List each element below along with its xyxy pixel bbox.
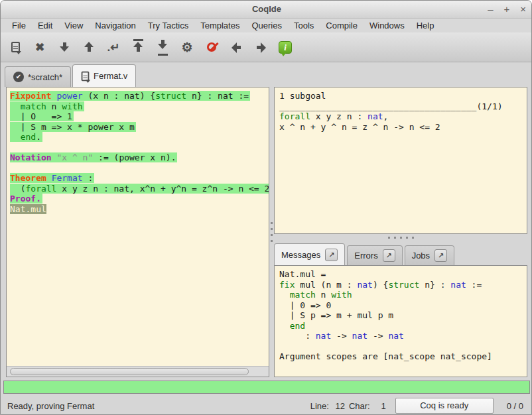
status-bar: Ready, proving Fermat Line: 12 Char: 1 C… bbox=[1, 396, 532, 415]
code-line: end bbox=[279, 321, 527, 331]
tab-label: Errors bbox=[354, 251, 377, 261]
toolbar: ✖ .↵ ⚙ i bbox=[1, 32, 532, 62]
editor-panel[interactable]: Fixpoint power (x n : nat) {struct n} : … bbox=[6, 87, 269, 377]
next-button[interactable] bbox=[253, 38, 269, 56]
menu-edit[interactable]: Edit bbox=[32, 19, 58, 32]
progress-zone bbox=[1, 379, 532, 396]
menu-file[interactable]: File bbox=[6, 19, 32, 32]
menu-tools[interactable]: Tools bbox=[288, 19, 320, 32]
tab-scratch[interactable]: ✔*scratch* bbox=[5, 66, 71, 87]
vertical-splitter[interactable] bbox=[269, 87, 274, 377]
message-tab-strip: Messages↗Errors↗Jobs↗ bbox=[274, 241, 527, 265]
arrow-down-to-end-icon bbox=[158, 39, 168, 56]
code-line: Proof. bbox=[10, 194, 269, 204]
line-value: 12 bbox=[333, 401, 345, 411]
code-line: Fixpoint power (x n : nat) {struct n} : … bbox=[10, 91, 269, 101]
code-line: 1 subgoal bbox=[279, 91, 527, 101]
code-line: | S p => m + mul p m bbox=[279, 310, 527, 321]
code-line: Nat.mul bbox=[10, 204, 269, 215]
code-line: Notation "x ^ n" := (power x n). bbox=[10, 152, 269, 163]
char-value: 1 bbox=[374, 401, 386, 411]
menu-queries[interactable]: Queries bbox=[245, 19, 288, 32]
scrollbar-thumb[interactable] bbox=[10, 368, 249, 375]
tab-label: Messages bbox=[281, 250, 320, 260]
save-button[interactable] bbox=[7, 38, 23, 56]
script-editor[interactable]: Fixpoint power (x n : nat) {struct n} : … bbox=[7, 88, 269, 366]
go-to-cursor-button[interactable]: .↵ bbox=[105, 38, 121, 56]
go-to-end-button[interactable] bbox=[155, 38, 170, 56]
detach-icon[interactable]: ↗ bbox=[383, 249, 395, 262]
detach-icon[interactable]: ↗ bbox=[434, 249, 447, 262]
progress-fill bbox=[4, 381, 529, 393]
code-line: match n with bbox=[279, 290, 527, 300]
menu-navigation[interactable]: Navigation bbox=[89, 19, 141, 32]
code-line: | 0 => 0 bbox=[279, 300, 527, 311]
fully-check-button[interactable]: ⚙ bbox=[179, 38, 195, 56]
window-title: CoqIde bbox=[1, 4, 532, 14]
arrow-left-icon bbox=[232, 42, 241, 52]
restart-button[interactable] bbox=[130, 38, 146, 56]
backward-one-step-button[interactable] bbox=[81, 38, 97, 56]
progress-bar bbox=[3, 381, 530, 394]
code-line: end. bbox=[10, 132, 269, 143]
about-button[interactable]: i bbox=[277, 38, 293, 56]
no-entry-icon bbox=[205, 40, 218, 54]
status-message: Ready, proving Fermat bbox=[7, 401, 310, 411]
code-line: match n with bbox=[10, 101, 269, 112]
arrow-up-icon bbox=[84, 42, 94, 52]
code-line: : nat -> nat -> nat bbox=[279, 331, 527, 341]
previous-button[interactable] bbox=[228, 38, 244, 56]
arrow-up-to-start-icon bbox=[133, 39, 143, 56]
tab-strip: ✔*scratch*Fermat.v bbox=[1, 62, 532, 87]
arrow-right-icon bbox=[256, 42, 266, 52]
close-buffer-button[interactable]: ✖ bbox=[32, 38, 48, 56]
tab-label: Jobs bbox=[412, 251, 430, 261]
arrow-down-icon bbox=[60, 42, 70, 52]
horizontal-splitter[interactable] bbox=[274, 234, 527, 241]
code-line bbox=[279, 341, 527, 352]
menu-bar: FileEditViewNavigationTry TacticsTemplat… bbox=[1, 19, 532, 32]
menu-templates[interactable]: Templates bbox=[194, 19, 245, 32]
main-area: Fixpoint power (x n : nat) {struct n} : … bbox=[1, 87, 532, 379]
file-icon bbox=[82, 71, 90, 80]
minimize-button[interactable]: – bbox=[488, 3, 493, 16]
menu-windows[interactable]: Windows bbox=[364, 19, 411, 32]
code-line: Argument scopes are [nat_scope nat_scope… bbox=[279, 351, 527, 362]
coqide-window: CoqIde – + × FileEditViewNavigationTry T… bbox=[0, 0, 532, 415]
messages-panel[interactable]: Nat.mul =fix mul (n m : nat) {struct n} … bbox=[274, 265, 527, 377]
code-line: Theorem Fermat : bbox=[10, 173, 269, 184]
tab-fermat-v[interactable]: Fermat.v bbox=[72, 64, 136, 87]
tab-jobs[interactable]: Jobs↗ bbox=[405, 245, 454, 265]
goals-panel[interactable]: 1 subgoal_______________________________… bbox=[274, 87, 527, 234]
menu-view[interactable]: View bbox=[58, 19, 89, 32]
info-bubble-icon: i bbox=[279, 41, 292, 54]
maximize-button[interactable]: + bbox=[503, 3, 509, 16]
close-icon: ✖ bbox=[35, 40, 44, 54]
title-bar[interactable]: CoqIde – + × bbox=[1, 1, 532, 19]
code-line bbox=[10, 163, 269, 174]
code-line: ______________________________________(1… bbox=[279, 101, 527, 112]
gear-icon: ⚙ bbox=[181, 40, 192, 55]
code-line: | S m => x * power x m bbox=[10, 122, 269, 133]
close-button[interactable]: × bbox=[520, 3, 526, 16]
menu-compile[interactable]: Compile bbox=[320, 19, 364, 32]
tab-errors[interactable]: Errors↗ bbox=[347, 245, 402, 265]
interrupt-button[interactable] bbox=[204, 38, 220, 56]
editor-horizontal-scrollbar[interactable] bbox=[7, 366, 269, 377]
code-line: (forall x y z n : nat, x^n + y^n = z^n -… bbox=[10, 184, 269, 194]
line-label: Line: bbox=[310, 401, 329, 411]
char-label: Char: bbox=[349, 401, 370, 411]
code-line: | O => 1 bbox=[10, 111, 269, 122]
menu-try-tactics[interactable]: Try Tactics bbox=[142, 19, 194, 32]
code-line: x ^ n + y ^ n = z ^ n -> n <= 2 bbox=[279, 122, 527, 133]
forward-one-step-button[interactable] bbox=[56, 38, 72, 56]
detach-icon[interactable]: ↗ bbox=[325, 249, 338, 261]
tab-label: Fermat.v bbox=[94, 71, 127, 81]
save-icon bbox=[11, 42, 20, 52]
task-counter: 0 / 0 bbox=[507, 401, 523, 411]
tab-messages[interactable]: Messages↗ bbox=[274, 243, 345, 265]
menu-help[interactable]: Help bbox=[411, 19, 440, 32]
code-line: fix mul (n m : nat) {struct n} : nat := bbox=[279, 280, 527, 290]
tab-label: *scratch* bbox=[28, 72, 62, 82]
unsaved-check-icon: ✔ bbox=[13, 72, 24, 82]
